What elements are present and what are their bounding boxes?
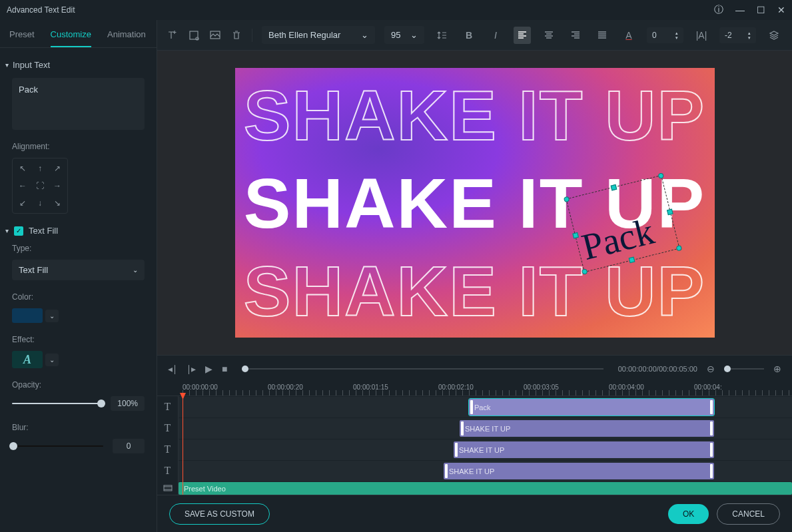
align-top-left[interactable]: ↖: [15, 161, 30, 176]
crop-icon[interactable]: [188, 29, 200, 41]
track-content[interactable]: SHAKE IT UP: [179, 439, 792, 460]
play-button[interactable]: ▶: [205, 364, 212, 374]
alignment-grid: ↖ ↑ ↗ ← ⛶ → ↙ ↓ ↘: [12, 158, 68, 214]
blur-slider[interactable]: [12, 445, 103, 447]
preset-track-icon[interactable]: [157, 481, 179, 495]
playbar: ◂∣ ∣▸ ▶ ■ 00:00:00:00/00:00:05:00 ⊖ ⊕: [157, 355, 792, 382]
prev-frame-button[interactable]: ◂∣: [168, 364, 177, 374]
align-bottom-left[interactable]: ↙: [15, 196, 30, 210]
help-icon[interactable]: ⓘ: [714, 4, 723, 16]
timeline-clip[interactable]: Pack: [469, 399, 714, 415]
timeline-clip[interactable]: SHAKE IT UP: [454, 441, 714, 458]
tab-animation[interactable]: Animation: [107, 25, 146, 47]
type-select[interactable]: Text Fill ⌄: [12, 260, 145, 280]
close-icon[interactable]: ✕: [777, 5, 785, 15]
chevron-down-icon: ⌄: [133, 266, 138, 274]
font-select[interactable]: Beth Ellen Regular ⌄: [262, 26, 375, 44]
layers-icon[interactable]: [765, 27, 783, 44]
toolbar: Beth Ellen Regular ⌄ 95 ⌄ B I A 0 ▴▾ |A|…: [157, 20, 792, 51]
char-spacing-input[interactable]: 0 ▴▾: [647, 27, 683, 43]
type-label: Type:: [12, 244, 145, 253]
maximize-icon[interactable]: ☐: [757, 5, 765, 15]
track-row: TPack: [157, 396, 792, 417]
text-color-button[interactable]: A: [620, 27, 637, 44]
svg-rect-0: [190, 31, 198, 39]
chevron-down-icon: ⌄: [410, 30, 418, 40]
bold-button[interactable]: B: [460, 27, 478, 44]
color-dropdown[interactable]: ⌄: [45, 310, 59, 322]
kerning-input[interactable]: -2 ▴▾: [719, 27, 756, 43]
text-fill-checkbox[interactable]: ✓: [14, 226, 23, 236]
kerning-icon[interactable]: |A|: [693, 27, 710, 44]
line-height-icon[interactable]: [434, 27, 451, 44]
svg-rect-3: [164, 485, 172, 491]
align-right-button[interactable]: [567, 27, 584, 44]
text-fill-header[interactable]: ▾ ✓ Text Fill: [5, 226, 145, 236]
delete-icon[interactable]: [230, 29, 242, 41]
preview-line3[interactable]: SHAKE IT UP: [235, 256, 715, 326]
align-top-right[interactable]: ↗: [50, 161, 65, 176]
align-center[interactable]: ⛶: [33, 178, 47, 193]
playhead[interactable]: [183, 396, 183, 495]
zoom-out-button[interactable]: ⊖: [707, 364, 715, 374]
sidebar: Preset Customize Animation ▾ Input Text …: [0, 20, 157, 532]
align-top[interactable]: ↑: [33, 161, 47, 176]
stop-button[interactable]: ■: [222, 364, 227, 374]
opacity-slider[interactable]: [12, 403, 101, 404]
track-row: TSHAKE IT UP: [157, 417, 792, 439]
blur-value[interactable]: 0: [113, 439, 145, 453]
track-type-icon[interactable]: T: [157, 439, 179, 460]
effect-swatch[interactable]: A: [12, 351, 43, 368]
tab-preset[interactable]: Preset: [9, 25, 35, 47]
ok-button[interactable]: OK: [668, 504, 709, 524]
preset-clip[interactable]: Preset Video: [179, 482, 792, 495]
italic-button[interactable]: I: [487, 27, 504, 44]
cancel-button[interactable]: CANCEL: [717, 503, 780, 525]
track-content[interactable]: SHAKE IT UP: [179, 460, 792, 481]
align-left-button[interactable]: [514, 27, 531, 44]
caret-down-icon: ▾: [5, 61, 9, 69]
timeline-ruler[interactable]: 00:00:00:0000:00:00:2000:00:01:1500:00:0…: [157, 382, 792, 396]
align-left[interactable]: ←: [15, 178, 30, 193]
fontsize-select[interactable]: 95 ⌄: [384, 26, 424, 44]
opacity-label: Opacity:: [12, 380, 145, 390]
track-row: TSHAKE IT UP: [157, 460, 792, 481]
chevron-down-icon: ⌄: [361, 30, 368, 40]
track-type-icon[interactable]: T: [157, 460, 179, 481]
align-justify-button[interactable]: [594, 27, 611, 44]
effect-label: Effect:: [12, 335, 145, 344]
track-row: TSHAKE IT UP: [157, 439, 792, 460]
image-icon[interactable]: [209, 29, 221, 41]
align-bottom[interactable]: ↓: [33, 196, 47, 210]
preview-line1[interactable]: SHAKE IT UP: [235, 80, 715, 150]
color-label: Color:: [12, 292, 145, 302]
zoom-in-button[interactable]: ⊕: [773, 364, 781, 374]
footer: SAVE AS CUSTOM OK CANCEL: [157, 495, 792, 532]
preview-canvas[interactable]: SHAKE IT UP SHAKE IT UP SHAKE IT UP Pack: [235, 68, 715, 338]
alignment-label: Alignment:: [12, 142, 145, 151]
timeline-clip[interactable]: SHAKE IT UP: [444, 463, 714, 479]
tab-customize[interactable]: Customize: [51, 25, 91, 47]
align-bottom-right[interactable]: ↘: [50, 196, 65, 210]
timeline: 00:00:00:0000:00:00:2000:00:01:1500:00:0…: [157, 382, 792, 495]
track-type-icon[interactable]: T: [157, 417, 179, 439]
track-type-icon[interactable]: T: [157, 396, 179, 417]
add-text-icon[interactable]: [167, 29, 179, 41]
input-text-header[interactable]: ▾ Input Text: [5, 60, 145, 70]
zoom-slider[interactable]: [724, 368, 764, 370]
next-frame-button[interactable]: ∣▸: [187, 364, 196, 374]
color-swatch[interactable]: [12, 308, 43, 323]
opacity-value[interactable]: 100%: [111, 396, 145, 411]
minimize-icon[interactable]: —: [735, 5, 745, 15]
effect-dropdown[interactable]: ⌄: [45, 354, 59, 366]
save-as-custom-button[interactable]: SAVE AS CUSTOM: [169, 503, 270, 525]
preview-area: SHAKE IT UP SHAKE IT UP SHAKE IT UP Pack: [157, 51, 792, 355]
track-content[interactable]: Pack: [179, 396, 792, 417]
playbar-scrubber[interactable]: [242, 368, 603, 370]
window-title: Advanced Text Edit: [7, 5, 75, 15]
track-content[interactable]: SHAKE IT UP: [179, 417, 792, 439]
align-center-button[interactable]: [540, 27, 558, 44]
input-text-field[interactable]: Pack: [12, 78, 145, 130]
align-right[interactable]: →: [50, 178, 65, 193]
timeline-clip[interactable]: SHAKE IT UP: [460, 420, 714, 437]
